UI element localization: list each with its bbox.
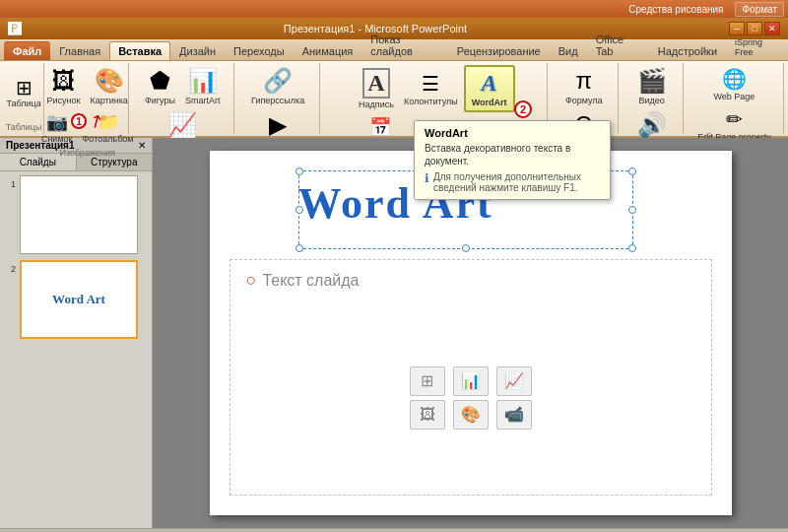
tab-file[interactable]: Файл bbox=[4, 41, 50, 60]
tab-home[interactable]: Главная bbox=[50, 41, 109, 60]
video-icon: 🎬 bbox=[637, 67, 667, 95]
tab-transitions[interactable]: Переходы bbox=[225, 41, 294, 60]
tab-view[interactable]: Вид bbox=[550, 41, 587, 60]
tooltip-hint-text: Для получения дополнительных сведений на… bbox=[433, 171, 600, 193]
slide-canvas[interactable]: Word Art ○ Текст слайда ⊞ 📊 📈 🖼 🎨 bbox=[210, 151, 732, 515]
format-tab-btn[interactable]: Формат bbox=[735, 2, 784, 17]
status-bar: Слайд 2 из 2 Кнопка английский (США) ⊞ ⊡… bbox=[0, 528, 788, 532]
slide-thumb-1[interactable]: 1 bbox=[4, 175, 148, 254]
drawing-tools-bar: Средства рисования Формат bbox=[0, 0, 788, 18]
ph-table-icon[interactable]: ⊞ bbox=[410, 366, 445, 396]
btn-wordart[interactable]: A WordArt bbox=[464, 65, 515, 112]
ribbon-tabs: Файл Главная Вставка Дизайн Переходы Ани… bbox=[0, 39, 788, 61]
placeholder-text-area: ○ Текст слайда bbox=[230, 260, 711, 300]
header-icon: ☰ bbox=[422, 72, 439, 96]
handle-bl[interactable] bbox=[296, 244, 303, 252]
group-images-label: Изображения bbox=[59, 146, 115, 158]
slide-preview-2[interactable]: Word Art bbox=[20, 260, 138, 339]
tab-animations[interactable]: Анимация bbox=[294, 41, 362, 60]
btn-video[interactable]: 🎬 Видео bbox=[633, 65, 671, 107]
action-icon: ▶ bbox=[269, 111, 287, 139]
datetime-icon: 📅 bbox=[369, 116, 391, 138]
tooltip-description: Вставка декоративного текста в документ. bbox=[425, 142, 600, 167]
webpage-icon: 🌐 bbox=[722, 67, 747, 91]
main-area: Презентация1 ✕ Слайды Структура 1 2 Word… bbox=[0, 138, 788, 528]
wordart-tooltip: WordArt Вставка декоративного текста в д… bbox=[414, 120, 611, 200]
handle-mr[interactable] bbox=[628, 206, 636, 214]
slide-num-1: 1 bbox=[4, 175, 16, 189]
tooltip-hint: ℹ Для получения дополнительных сведений … bbox=[425, 171, 600, 193]
btn-header[interactable]: ☰ Колонтитулы bbox=[400, 70, 462, 108]
ph-chart-icon[interactable]: 📊 bbox=[453, 366, 489, 396]
drawing-tools-label: Средства рисования bbox=[0, 4, 731, 15]
group-links: 🔗 Гиперссылка ▶ Действие Ссылки bbox=[236, 63, 320, 134]
annotation-badge-2: 2 bbox=[514, 100, 532, 118]
ribbon-content: ⊞ Таблица Таблицы 🖼 Рисунок 🎨 Картинка 📷… bbox=[0, 61, 788, 138]
formula-icon: π bbox=[575, 67, 592, 95]
handle-bm[interactable] bbox=[462, 244, 470, 252]
icon-row-1: ⊞ 📊 📈 bbox=[410, 366, 532, 396]
bullet-icon: ○ bbox=[246, 270, 257, 291]
placeholder-label: Текст слайда bbox=[262, 272, 359, 290]
slide-thumb-2[interactable]: 2 Word Art bbox=[4, 260, 148, 339]
group-multimedia: 🎬 Видео 🔊 Звук Мультимедиа bbox=[621, 63, 684, 134]
handle-br[interactable] bbox=[628, 244, 636, 252]
sidebar: Презентация1 ✕ Слайды Структура 1 2 Word… bbox=[0, 138, 153, 528]
table-icon: ⊞ bbox=[16, 78, 33, 98]
slide-thumbnails: 1 2 Word Art bbox=[0, 171, 152, 528]
tab-ispring[interactable]: iSpring Free bbox=[726, 33, 788, 60]
ph-picture-icon[interactable]: 🖼 bbox=[410, 400, 445, 430]
ph-clipart-icon[interactable]: 🎨 bbox=[453, 400, 489, 430]
group-liveweb: 🌐 Web Page ✏ Edit Page property LiveWeb bbox=[686, 63, 784, 134]
tab-review[interactable]: Рецензирование bbox=[448, 41, 550, 60]
btn-picture[interactable]: 🖼 Рисунок bbox=[43, 65, 85, 107]
tooltip-title: WordArt bbox=[425, 127, 600, 139]
picture-icon: 🖼 bbox=[52, 67, 76, 95]
slide-2-preview-text: Word Art bbox=[52, 292, 105, 307]
handle-tr[interactable] bbox=[628, 167, 636, 175]
screenshot-icon: 📷 bbox=[46, 111, 68, 133]
chart-icon: 📈 bbox=[167, 111, 197, 139]
slide-num-2: 2 bbox=[4, 260, 16, 274]
textbox-icon: A bbox=[362, 68, 389, 99]
content-placeholder[interactable]: ○ Текст слайда ⊞ 📊 📈 🖼 🎨 📹 bbox=[230, 259, 712, 496]
editprop-icon: ✏ bbox=[726, 107, 743, 131]
info-icon: ℹ bbox=[425, 171, 429, 185]
tab-slideshow[interactable]: Показ слайдов bbox=[361, 30, 447, 60]
icon-row-2: 🖼 🎨 📹 bbox=[410, 400, 532, 430]
ph-smartart-icon[interactable]: 📈 bbox=[496, 366, 532, 396]
tab-addins[interactable]: Надстройки bbox=[649, 41, 726, 60]
shapes-icon: ⬟ bbox=[150, 67, 170, 95]
btn-shapes[interactable]: ⬟ Фигуры bbox=[141, 65, 179, 107]
handle-tl[interactable] bbox=[296, 167, 303, 175]
btn-clipart[interactable]: 🎨 Картинка bbox=[87, 65, 132, 107]
btn-hyperlink[interactable]: 🔗 Гиперссылка bbox=[247, 65, 308, 107]
wordart-icon: A bbox=[482, 70, 497, 97]
btn-formula[interactable]: π Формула bbox=[561, 65, 607, 107]
smartart-icon: 📊 bbox=[188, 67, 218, 95]
hyperlink-icon: 🔗 bbox=[263, 67, 293, 95]
btn-smartart[interactable]: 📊 SmartArt bbox=[181, 65, 225, 107]
annotation-1-group: 1 ↗ bbox=[71, 110, 103, 132]
ph-media-icon[interactable]: 📹 bbox=[496, 400, 532, 430]
group-illustrations: ⬟ Фигуры 📊 SmartArt 📈 Диаграмма Иллюстра… bbox=[131, 63, 234, 134]
tab-design[interactable]: Дизайн bbox=[170, 41, 225, 60]
slide-preview-1[interactable] bbox=[20, 175, 138, 254]
btn-textbox[interactable]: A Надпись bbox=[355, 66, 398, 111]
placeholder-icons-area: ⊞ 📊 📈 🖼 🎨 📹 bbox=[230, 300, 711, 495]
audio-icon: 🔊 bbox=[637, 111, 667, 139]
clipart-icon: 🎨 bbox=[95, 67, 124, 95]
tab-insert[interactable]: Вставка bbox=[109, 41, 170, 60]
btn-webpage[interactable]: 🌐 Web Page bbox=[709, 65, 758, 103]
tab-officetab[interactable]: Office Tab bbox=[587, 30, 649, 60]
